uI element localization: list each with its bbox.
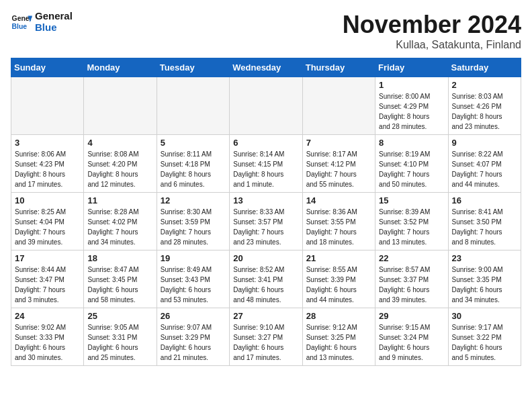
- calendar-cell: 24Sunrise: 9:02 AM Sunset: 3:33 PM Dayli…: [11, 308, 84, 366]
- day-info: Sunrise: 9:07 AM Sunset: 3:29 PM Dayligh…: [161, 322, 226, 363]
- calendar-cell: 22Sunrise: 8:57 AM Sunset: 3:37 PM Dayli…: [375, 250, 448, 308]
- calendar-cell: 28Sunrise: 9:12 AM Sunset: 3:25 PM Dayli…: [302, 308, 375, 366]
- week-row-4: 24Sunrise: 9:02 AM Sunset: 3:33 PM Dayli…: [11, 308, 521, 366]
- day-info: Sunrise: 8:52 AM Sunset: 3:41 PM Dayligh…: [233, 265, 298, 305]
- day-number: 15: [379, 195, 444, 205]
- week-row-3: 17Sunrise: 8:44 AM Sunset: 3:47 PM Dayli…: [11, 250, 521, 308]
- calendar-cell: 29Sunrise: 9:15 AM Sunset: 3:24 PM Dayli…: [375, 308, 448, 366]
- day-number: 8: [379, 138, 444, 148]
- calendar-cell: [157, 77, 229, 135]
- day-number: 27: [233, 311, 298, 321]
- day-info: Sunrise: 8:33 AM Sunset: 3:57 PM Dayligh…: [233, 207, 298, 247]
- calendar-cell: [84, 77, 157, 135]
- day-number: 21: [306, 253, 371, 263]
- day-info: Sunrise: 8:28 AM Sunset: 4:02 PM Dayligh…: [87, 207, 152, 247]
- calendar-cell: 10Sunrise: 8:25 AM Sunset: 4:04 PM Dayli…: [11, 193, 84, 250]
- day-number: 13: [233, 195, 298, 205]
- day-info: Sunrise: 8:25 AM Sunset: 4:04 PM Dayligh…: [15, 207, 80, 247]
- day-number: 22: [379, 253, 444, 263]
- calendar-cell: 1Sunrise: 8:00 AM Sunset: 4:29 PM Daylig…: [375, 77, 448, 135]
- calendar-cell: 30Sunrise: 9:17 AM Sunset: 3:22 PM Dayli…: [448, 308, 521, 366]
- logo-blue: Blue: [35, 21, 57, 33]
- day-number: 11: [87, 195, 152, 205]
- day-number: 5: [161, 138, 226, 148]
- day-info: Sunrise: 8:49 AM Sunset: 3:43 PM Dayligh…: [161, 265, 226, 305]
- day-number: 19: [161, 253, 226, 263]
- calendar-cell: 16Sunrise: 8:41 AM Sunset: 3:50 PM Dayli…: [448, 193, 521, 250]
- calendar-cell: 17Sunrise: 8:44 AM Sunset: 3:47 PM Dayli…: [11, 250, 84, 308]
- calendar-cell: 20Sunrise: 8:52 AM Sunset: 3:41 PM Dayli…: [230, 250, 302, 308]
- day-info: Sunrise: 8:11 AM Sunset: 4:18 PM Dayligh…: [161, 149, 226, 189]
- day-number: 6: [233, 138, 298, 148]
- day-number: 30: [452, 311, 517, 321]
- logo: General Blue General Blue: [11, 11, 73, 33]
- header: General Blue General Blue November 2024 …: [11, 11, 521, 51]
- day-number: 17: [15, 253, 80, 263]
- day-info: Sunrise: 8:47 AM Sunset: 3:45 PM Dayligh…: [87, 265, 152, 305]
- weekday-tuesday: Tuesday: [157, 58, 229, 77]
- day-number: 18: [87, 253, 152, 263]
- day-number: 20: [233, 253, 298, 263]
- weekday-friday: Friday: [375, 58, 448, 77]
- calendar-cell: 25Sunrise: 9:05 AM Sunset: 3:31 PM Dayli…: [84, 308, 157, 366]
- calendar-cell: [230, 77, 302, 135]
- week-row-0: 1Sunrise: 8:00 AM Sunset: 4:29 PM Daylig…: [11, 77, 521, 135]
- day-info: Sunrise: 9:17 AM Sunset: 3:22 PM Dayligh…: [452, 322, 517, 363]
- day-number: 24: [15, 311, 80, 321]
- day-number: 14: [306, 195, 371, 205]
- calendar-cell: 19Sunrise: 8:49 AM Sunset: 3:43 PM Dayli…: [157, 250, 229, 308]
- calendar-cell: 2Sunrise: 8:03 AM Sunset: 4:26 PM Daylig…: [448, 77, 521, 135]
- day-info: Sunrise: 9:12 AM Sunset: 3:25 PM Dayligh…: [306, 322, 371, 363]
- day-number: 16: [452, 195, 517, 205]
- weekday-thursday: Thursday: [302, 58, 375, 77]
- day-info: Sunrise: 8:03 AM Sunset: 4:26 PM Dayligh…: [452, 91, 517, 132]
- day-info: Sunrise: 8:57 AM Sunset: 3:37 PM Dayligh…: [379, 265, 444, 305]
- calendar-cell: 26Sunrise: 9:07 AM Sunset: 3:29 PM Dayli…: [157, 308, 229, 366]
- day-number: 2: [452, 80, 517, 90]
- day-number: 9: [452, 138, 517, 148]
- day-info: Sunrise: 8:36 AM Sunset: 3:55 PM Dayligh…: [306, 207, 371, 247]
- calendar-cell: 12Sunrise: 8:30 AM Sunset: 3:59 PM Dayli…: [157, 193, 229, 250]
- day-info: Sunrise: 9:10 AM Sunset: 3:27 PM Dayligh…: [233, 322, 298, 363]
- calendar-cell: [11, 77, 84, 135]
- calendar-cell: 15Sunrise: 8:39 AM Sunset: 3:52 PM Dayli…: [375, 193, 448, 250]
- calendar-cell: 13Sunrise: 8:33 AM Sunset: 3:57 PM Dayli…: [230, 193, 302, 250]
- day-info: Sunrise: 8:55 AM Sunset: 3:39 PM Dayligh…: [306, 265, 371, 305]
- calendar-cell: 6Sunrise: 8:14 AM Sunset: 4:15 PM Daylig…: [230, 135, 302, 193]
- title-area: November 2024 Kullaa, Satakunta, Finland: [343, 11, 521, 51]
- calendar-body: 1Sunrise: 8:00 AM Sunset: 4:29 PM Daylig…: [11, 77, 521, 366]
- weekday-header-row: SundayMondayTuesdayWednesdayThursdayFrid…: [11, 58, 521, 77]
- day-info: Sunrise: 8:06 AM Sunset: 4:23 PM Dayligh…: [15, 149, 80, 189]
- day-info: Sunrise: 8:22 AM Sunset: 4:07 PM Dayligh…: [452, 149, 517, 189]
- day-info: Sunrise: 8:44 AM Sunset: 3:47 PM Dayligh…: [15, 265, 80, 305]
- week-row-2: 10Sunrise: 8:25 AM Sunset: 4:04 PM Dayli…: [11, 193, 521, 250]
- day-number: 7: [306, 138, 371, 148]
- day-info: Sunrise: 9:00 AM Sunset: 3:35 PM Dayligh…: [452, 265, 517, 305]
- logo-general: General: [35, 10, 73, 21]
- day-number: 10: [15, 195, 80, 205]
- day-info: Sunrise: 9:15 AM Sunset: 3:24 PM Dayligh…: [379, 322, 444, 363]
- calendar-title: November 2024: [343, 11, 521, 39]
- day-info: Sunrise: 8:19 AM Sunset: 4:10 PM Dayligh…: [379, 149, 444, 189]
- weekday-monday: Monday: [84, 58, 157, 77]
- calendar-cell: 9Sunrise: 8:22 AM Sunset: 4:07 PM Daylig…: [448, 135, 521, 193]
- day-info: Sunrise: 8:17 AM Sunset: 4:12 PM Dayligh…: [306, 149, 371, 189]
- calendar-subtitle: Kullaa, Satakunta, Finland: [343, 39, 521, 51]
- calendar-cell: 18Sunrise: 8:47 AM Sunset: 3:45 PM Dayli…: [84, 250, 157, 308]
- week-row-1: 3Sunrise: 8:06 AM Sunset: 4:23 PM Daylig…: [11, 135, 521, 193]
- day-info: Sunrise: 8:30 AM Sunset: 3:59 PM Dayligh…: [161, 207, 226, 247]
- day-number: 26: [161, 311, 226, 321]
- day-info: Sunrise: 8:39 AM Sunset: 3:52 PM Dayligh…: [379, 207, 444, 247]
- day-info: Sunrise: 8:41 AM Sunset: 3:50 PM Dayligh…: [452, 207, 517, 247]
- weekday-sunday: Sunday: [11, 58, 84, 77]
- calendar-cell: [302, 77, 375, 135]
- calendar-cell: 23Sunrise: 9:00 AM Sunset: 3:35 PM Dayli…: [448, 250, 521, 308]
- day-number: 28: [306, 311, 371, 321]
- day-info: Sunrise: 8:14 AM Sunset: 4:15 PM Dayligh…: [233, 149, 298, 189]
- day-number: 4: [87, 138, 152, 148]
- day-number: 3: [15, 138, 80, 148]
- calendar-cell: 5Sunrise: 8:11 AM Sunset: 4:18 PM Daylig…: [157, 135, 229, 193]
- calendar-cell: 4Sunrise: 8:08 AM Sunset: 4:20 PM Daylig…: [84, 135, 157, 193]
- day-info: Sunrise: 9:02 AM Sunset: 3:33 PM Dayligh…: [15, 322, 80, 363]
- calendar-cell: 8Sunrise: 8:19 AM Sunset: 4:10 PM Daylig…: [375, 135, 448, 193]
